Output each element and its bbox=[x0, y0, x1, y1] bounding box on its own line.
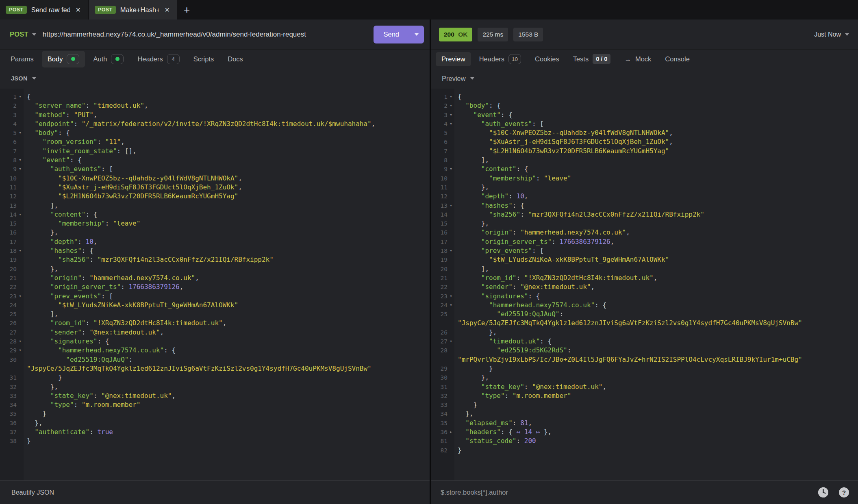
code-text: "authenticate": true bbox=[24, 428, 113, 437]
gutter: 1▾ bbox=[431, 92, 454, 101]
code-line: 4 "endpoint": "/_matrix/federation/v2/in… bbox=[0, 119, 430, 128]
fold-open-icon[interactable]: ▾ bbox=[447, 201, 454, 210]
code-text: }, bbox=[454, 183, 489, 192]
subtab-label: Console bbox=[665, 55, 690, 63]
fold-open-icon[interactable]: ▾ bbox=[447, 165, 454, 174]
help-icon[interactable]: ? bbox=[839, 487, 849, 497]
code-text: "event": { bbox=[24, 156, 82, 165]
close-tab-icon[interactable]: ✕ bbox=[163, 5, 171, 15]
line-number: 15 bbox=[431, 219, 447, 228]
fold-open-icon[interactable]: ▾ bbox=[17, 337, 24, 346]
gutter: 19 bbox=[0, 255, 24, 264]
fold-open-icon[interactable]: ▾ bbox=[17, 210, 24, 219]
code-line: 9▾ "auth_events": [ bbox=[0, 165, 430, 174]
response-body-viewer[interactable]: 1▾{2▾ "body": {3▾ "event": {4▾ "auth_eve… bbox=[431, 89, 858, 480]
line-number: 18 bbox=[431, 246, 447, 255]
request-tab-active[interactable]: POSTSend raw federati…✕ bbox=[0, 0, 88, 20]
fold-open-icon[interactable]: ▾ bbox=[447, 337, 454, 346]
tab-headers[interactable]: Headers10 bbox=[474, 51, 527, 67]
code-text: "origin_server_ts": 1766386379126, bbox=[24, 282, 183, 291]
code-line: 4▾ "auth_events": [ bbox=[431, 119, 858, 128]
gutter: 20 bbox=[0, 265, 24, 274]
line-number: 24 bbox=[0, 301, 17, 310]
code-line: 31 "state_key": "@nex:timedout.uk", bbox=[431, 382, 858, 391]
request-body-editor[interactable]: 1▾{2 "server_name": "timedout.uk",3 "met… bbox=[0, 89, 430, 480]
request-tab-inactive[interactable]: POSTMake+Hash+Sign…✕ bbox=[89, 0, 177, 20]
tab-tests[interactable]: Tests0 / 0 bbox=[567, 51, 617, 67]
fold-open-icon[interactable]: ▾ bbox=[17, 346, 24, 355]
gutter: 35 bbox=[431, 419, 454, 428]
gutter: 17 bbox=[431, 237, 454, 246]
tab-docs[interactable]: Docs bbox=[222, 52, 249, 66]
tab-body[interactable]: Body bbox=[42, 51, 85, 67]
count-badge: 10 bbox=[508, 54, 521, 64]
line-number: 26 bbox=[431, 328, 447, 337]
line-number: 10 bbox=[431, 174, 447, 183]
fold-open-icon[interactable]: ▾ bbox=[17, 165, 24, 174]
fold-open-icon[interactable]: ▾ bbox=[17, 156, 24, 165]
caret-down-icon bbox=[845, 33, 849, 36]
line-number: 16 bbox=[431, 228, 447, 237]
line-number: 34 bbox=[0, 400, 17, 409]
fold-open-icon[interactable]: ▾ bbox=[447, 292, 454, 301]
tab-auth[interactable]: Auth bbox=[87, 51, 129, 67]
subtab-label: Auth bbox=[93, 55, 107, 63]
tab-scripts[interactable]: Scripts bbox=[188, 52, 219, 66]
line-number: 5 bbox=[0, 128, 17, 137]
code-line: 21 "room_id": "!XRqZN3zQD2dtHc8I4k:timed… bbox=[431, 274, 858, 282]
method-select[interactable]: POST bbox=[7, 30, 39, 38]
fold-collapsed-icon[interactable]: ▸ bbox=[447, 428, 454, 437]
code-line: "mrPQvrlVbZjvI9xLbPS/Ic/JBo+Z0L4Il5JgFQ6… bbox=[431, 355, 858, 364]
line-number: 81 bbox=[431, 437, 447, 445]
tab-params[interactable]: Params bbox=[5, 52, 39, 66]
fold-open-icon[interactable]: ▾ bbox=[447, 246, 454, 255]
url-input[interactable]: https://hammerhead.nexy7574.co.uk/_hamme… bbox=[43, 30, 374, 39]
view-mode-select[interactable]: Preview bbox=[442, 75, 474, 83]
fold-open-icon[interactable]: ▾ bbox=[447, 101, 454, 110]
close-tab-icon[interactable]: ✕ bbox=[74, 5, 82, 15]
code-text: } bbox=[24, 409, 46, 418]
send-button-label[interactable]: Send bbox=[374, 26, 409, 43]
gutter: 26 bbox=[0, 319, 24, 328]
tab-cookies[interactable]: Cookies bbox=[529, 52, 565, 66]
line-number: 30 bbox=[431, 373, 447, 382]
fold-open-icon[interactable]: ▾ bbox=[447, 301, 454, 310]
count-badge: 4 bbox=[167, 54, 180, 64]
fold-open-icon[interactable]: ▾ bbox=[447, 119, 454, 128]
gutter: 3▾ bbox=[431, 111, 454, 119]
fold-open-icon[interactable]: ▾ bbox=[17, 246, 24, 255]
code-line: 34 "type": "m.room.member" bbox=[0, 400, 430, 409]
fold-open-icon[interactable]: ▾ bbox=[17, 128, 24, 137]
line-number: 5 bbox=[431, 128, 447, 137]
subtab-label: Body bbox=[48, 55, 63, 63]
new-tab-button[interactable]: + bbox=[177, 0, 197, 20]
response-filter-input[interactable] bbox=[431, 489, 818, 496]
code-line: 35 "elapsed_ms": 81, bbox=[431, 419, 858, 428]
send-button[interactable]: Send bbox=[374, 26, 424, 43]
gutter: 6 bbox=[431, 137, 454, 146]
body-type-select[interactable]: JSON bbox=[11, 75, 36, 82]
tab-console[interactable]: Console bbox=[659, 52, 695, 66]
gutter: 15 bbox=[431, 219, 454, 228]
fold-open-icon[interactable]: ▾ bbox=[17, 92, 24, 101]
gutter: 17 bbox=[0, 237, 24, 246]
fold-open-icon[interactable]: ▾ bbox=[17, 292, 24, 301]
code-text: "depth": 10, bbox=[24, 237, 97, 246]
response-history-select[interactable]: Just Now bbox=[814, 31, 849, 38]
code-text: "sender": "@nex:timedout.uk", bbox=[24, 328, 164, 337]
line-number: 12 bbox=[431, 192, 447, 201]
code-line: 18▾ "prev_events": [ bbox=[431, 246, 858, 255]
code-text: ], bbox=[454, 265, 489, 274]
tab-headers[interactable]: Headers4 bbox=[132, 51, 185, 67]
history-clock-icon[interactable] bbox=[818, 487, 828, 497]
line-number: 17 bbox=[0, 237, 17, 246]
send-options-button[interactable] bbox=[409, 26, 424, 43]
line-number: 13 bbox=[0, 201, 17, 210]
code-line: 28▾ "signatures": { bbox=[0, 337, 430, 346]
tab-mock[interactable]: →Mock bbox=[619, 52, 657, 66]
beautify-json-button[interactable]: Beautify JSON bbox=[7, 486, 59, 500]
fold-open-icon[interactable]: ▾ bbox=[447, 92, 454, 101]
fold-open-icon[interactable]: ▾ bbox=[447, 111, 454, 119]
size-badge: 1553 B bbox=[513, 28, 543, 41]
tab-preview[interactable]: Preview bbox=[436, 52, 471, 66]
